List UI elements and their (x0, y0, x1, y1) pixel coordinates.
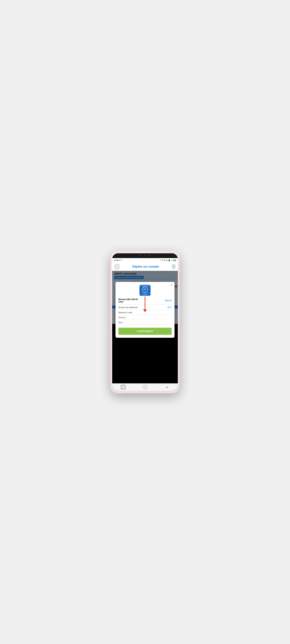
eu-logo-bottom-text: Envoi Rapide d'ArgentEpargne & Investiss… (140, 292, 150, 296)
modal-close-button[interactable]: × (171, 283, 172, 287)
status-p2: P (121, 259, 122, 261)
side-button (180, 273, 180, 280)
front-camera (140, 255, 141, 256)
battery-icon: 91 (173, 260, 176, 261)
nom-row: Nom: (118, 321, 172, 325)
main-scroll-area: DÉPÔT 1048130499 Types de systèmes de pa… (112, 271, 178, 383)
phone-device: 16:38 P P 🔑 ⏰ ✱ LTE ▐▌ 17.6 91 ← D (110, 250, 180, 394)
nav-bar: ← Dépôts sur compte ↻ (112, 262, 178, 271)
montant-row: Montant (Min 500.00XAF): 500.00 (118, 298, 172, 304)
square-icon: □ (122, 386, 124, 388)
eu-logo: EXPRESS UNION Envoi Rapide d'ArgentEparg… (140, 285, 150, 296)
status-time: 16:38 (114, 259, 118, 261)
square-nav-button[interactable]: □ (121, 385, 125, 390)
back-button[interactable]: ← (115, 264, 119, 269)
earpiece (149, 255, 150, 256)
eu-globe-icon (142, 287, 148, 292)
prenom-label: Prénom: (118, 316, 140, 318)
montant-label: Montant (Min 500.00XAF): (118, 298, 140, 303)
phone-label: Numéro de téléphone: (118, 306, 140, 308)
phone-value[interactable]: +237 (140, 306, 172, 309)
alarm-icon: ⏰ (162, 260, 163, 261)
email-row: Adresse e-mail: (118, 312, 172, 315)
signal-icon: ▐▌ (168, 260, 170, 261)
express-union-modal: × EXPRESS UNION Envoi Rapide d'ArgentEpa… (116, 282, 174, 338)
status-right: 🔑 ⏰ ✱ LTE ▐▌ 17.6 91 (159, 260, 176, 261)
back-nav-button[interactable]: ⊲ (165, 385, 169, 390)
montant-value[interactable]: 500.00 (140, 299, 172, 302)
wifi-strength: 17.6 (171, 260, 173, 261)
bluetooth-icon: ✱ (164, 260, 165, 261)
modal-logo-wrap: EXPRESS UNION Envoi Rapide d'ArgentEparg… (118, 285, 172, 296)
key-icon: 🔑 (159, 260, 161, 261)
phone-top-bar (112, 253, 178, 258)
bottom-nav: □ ○ ⊲ (112, 383, 178, 391)
modal-overlay: × EXPRESS UNION Envoi Rapide d'ArgentEpa… (112, 271, 178, 383)
eu-logo-top-text: EXPRESS UNION (140, 285, 150, 287)
refresh-button[interactable]: ↻ (172, 264, 175, 269)
status-bar: 16:38 P P 🔑 ⏰ ✱ LTE ▐▌ 17.6 91 (112, 258, 178, 262)
sensor-dot (144, 255, 146, 256)
phone-screen: 16:38 P P 🔑 ⏰ ✱ LTE ▐▌ 17.6 91 ← D (112, 253, 178, 391)
prenom-row: Prénom: (118, 316, 172, 320)
phone-row: Numéro de téléphone: +237 (118, 306, 172, 310)
back-triangle-icon: ⊲ (166, 386, 168, 389)
lte-icon: LTE (166, 260, 168, 261)
status-left: 16:38 P P (114, 259, 122, 261)
email-label: Adresse e-mail: (118, 312, 140, 314)
form-fields: Montant (Min 500.00XAF): 500.00 Numéro d… (118, 298, 172, 325)
battery-percent: 91 (173, 260, 176, 261)
circle-icon: ○ (144, 386, 146, 388)
status-p1: P (119, 259, 120, 261)
page-title: Dépôts sur compte (132, 265, 159, 268)
home-nav-button[interactable]: ○ (143, 385, 147, 390)
confirmer-button[interactable]: CONFIRMER (118, 328, 172, 335)
nom-label: Nom: (118, 321, 140, 324)
